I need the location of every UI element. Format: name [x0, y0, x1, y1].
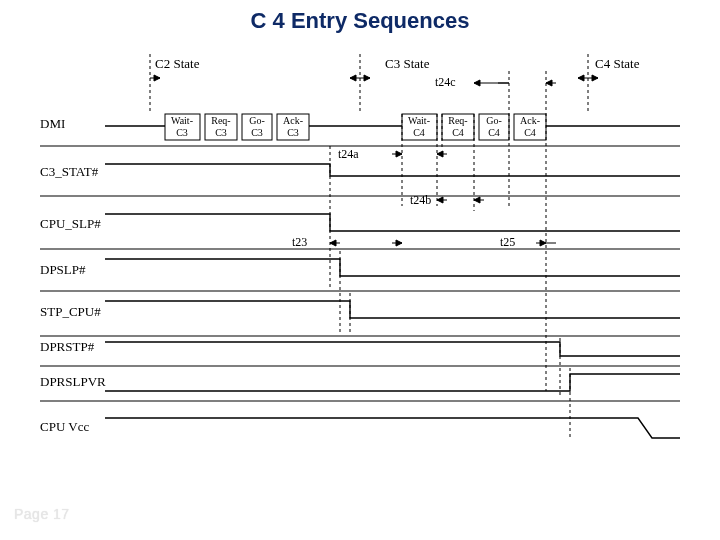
label-dpslp: DPSLP#	[40, 262, 86, 277]
dmi-msg-wait-c4: Wait- C4	[402, 114, 437, 140]
page-number: Page 17	[14, 506, 70, 522]
timing-t24c: t24c	[435, 75, 456, 89]
svg-text:C4: C4	[452, 127, 464, 138]
wave-cpuvcc	[105, 418, 680, 438]
svg-text:Req-: Req-	[211, 115, 230, 126]
dmi-msg-wait-c3: Wait- C3	[165, 114, 200, 140]
svg-text:Req-: Req-	[448, 115, 467, 126]
wave-dprslpvr	[105, 374, 680, 391]
label-c3stat: C3_STAT#	[40, 164, 99, 179]
timing-t24a: t24a	[338, 147, 359, 161]
wave-dpslp	[105, 259, 680, 276]
svg-text:C4: C4	[413, 127, 425, 138]
timing-t23: t23	[292, 235, 307, 249]
svg-text:C4: C4	[488, 127, 500, 138]
svg-marker-72	[540, 240, 546, 246]
page-title: C 4 Entry Sequences	[0, 8, 720, 34]
svg-marker-68	[330, 240, 336, 246]
label-dprslpvr: DPRSLPVR	[40, 374, 106, 389]
state-c2: C2 State	[155, 56, 200, 71]
dmi-msg-ack-c4: Ack- C4	[514, 114, 546, 140]
dmi-msg-req-c4: Req- C4	[442, 114, 474, 140]
timing-t24b: t24b	[410, 193, 431, 207]
svg-text:Ack-: Ack-	[283, 115, 303, 126]
wave-dprstp	[105, 342, 680, 356]
svg-text:C4: C4	[524, 127, 536, 138]
dmi-msg-ack-c3: Ack- C3	[277, 114, 309, 140]
label-cpuslp: CPU_SLP#	[40, 216, 101, 231]
wave-stpcpu	[105, 301, 680, 318]
svg-marker-57	[546, 80, 552, 86]
label-dmi: DMI	[40, 116, 65, 131]
svg-marker-70	[396, 240, 402, 246]
svg-text:Wait-: Wait-	[171, 115, 193, 126]
timing-t25: t25	[500, 235, 515, 249]
dmi-msg-req-c3: Req- C3	[205, 114, 237, 140]
label-stpcpu: STP_CPU#	[40, 304, 101, 319]
svg-text:C3: C3	[215, 127, 227, 138]
svg-marker-15	[364, 75, 370, 81]
wave-c3stat	[105, 164, 680, 176]
state-c4: C4 State	[595, 56, 640, 71]
svg-text:Ack-: Ack-	[520, 115, 540, 126]
label-cpuvcc: CPU Vcc	[40, 419, 89, 434]
svg-marker-60	[396, 151, 402, 157]
svg-marker-19	[592, 75, 598, 81]
timing-diagram: C2 State C3 State C4 State DMI C3_STAT# …	[40, 46, 680, 486]
svg-marker-13	[350, 75, 356, 81]
svg-marker-62	[437, 151, 443, 157]
svg-marker-66	[474, 197, 480, 203]
state-c3: C3 State	[385, 56, 430, 71]
svg-marker-11	[154, 75, 160, 81]
svg-text:C3: C3	[287, 127, 299, 138]
svg-marker-64	[437, 197, 443, 203]
wave-cpuslp	[105, 214, 680, 231]
svg-marker-17	[578, 75, 584, 81]
label-dprstp: DPRSTP#	[40, 339, 95, 354]
dmi-msg-go-c4: Go- C4	[479, 114, 509, 140]
dmi-msg-go-c3: Go- C3	[242, 114, 272, 140]
svg-text:C3: C3	[176, 127, 188, 138]
svg-text:Wait-: Wait-	[408, 115, 430, 126]
svg-text:C3: C3	[251, 127, 263, 138]
svg-marker-54	[474, 80, 480, 86]
svg-text:Go-: Go-	[249, 115, 265, 126]
svg-text:Go-: Go-	[486, 115, 502, 126]
